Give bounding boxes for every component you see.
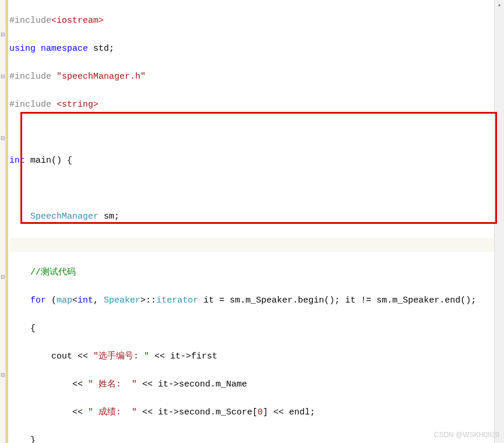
code-line [9, 238, 504, 252]
code-line [9, 126, 504, 140]
fold-minus-icon[interactable]: ⊟ [1, 273, 5, 281]
code-line: SpeechManager sm; [9, 210, 504, 224]
code-line: #include "speechManager.h" [9, 70, 504, 84]
code-editor: ⊟ ⊟ ⊟ ⊟ ⊟ #include<iostream> using names… [0, 0, 504, 443]
code-line: int main() { [9, 154, 504, 168]
code-line: << " 姓名: " << it->second.m_Name [9, 378, 504, 392]
code-line: for (map<int, Speaker>::iterator it = sm… [9, 294, 504, 308]
fold-minus-icon[interactable]: ⊟ [1, 30, 5, 38]
code-line: cout << "选手编号: " << it->first [9, 350, 504, 364]
watermark-text: CSDN @WSKH0929 [434, 430, 499, 441]
scroll-up-icon[interactable]: ▴ [495, 0, 504, 10]
code-line [9, 182, 504, 196]
code-line: using namespace std; [9, 42, 504, 56]
vertical-scrollbar[interactable]: ▴ [494, 0, 504, 443]
code-content[interactable]: #include<iostream> using namespace std; … [8, 0, 504, 443]
fold-minus-icon[interactable]: ⊟ [1, 371, 5, 379]
code-line: << " 成绩: " << it->second.m_Score[0] << e… [9, 406, 504, 420]
code-line: } [9, 434, 504, 443]
gutter: ⊟ ⊟ ⊟ ⊟ ⊟ [0, 0, 6, 443]
fold-minus-icon[interactable]: ⊟ [1, 134, 5, 142]
code-line: #include<iostream> [9, 14, 504, 28]
code-line: #include <string> [9, 98, 504, 112]
fold-minus-icon[interactable]: ⊟ [1, 72, 5, 80]
code-line: { [9, 322, 504, 336]
code-line: //测试代码 [9, 266, 504, 280]
